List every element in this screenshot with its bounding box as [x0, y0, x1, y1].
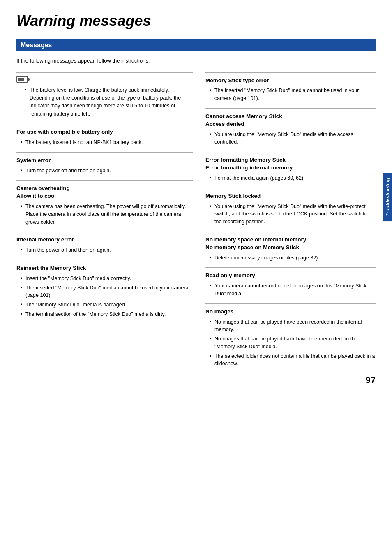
- no-images-title: No images: [205, 308, 376, 316]
- camera-overheating-section: Camera overheating Allow it to cool The …: [16, 180, 193, 226]
- list-item: No images that can be played back have b…: [210, 335, 376, 351]
- battery-icon: [16, 76, 28, 83]
- list-item: No images that can be played have been r…: [210, 318, 376, 334]
- reinsert-memory-stick-title: Reinsert the Memory Stick: [16, 264, 193, 272]
- reinsert-memory-stick-list: Insert the "Memory Stick Duo" media corr…: [16, 275, 193, 318]
- reinsert-memory-stick-section: Reinsert the Memory Stick Insert the "Me…: [16, 260, 193, 318]
- section-header: Messages: [16, 39, 376, 51]
- battery-section: The battery level is low. Charge the bat…: [16, 72, 193, 118]
- page-container: Warning messages Messages If the followi…: [0, 0, 392, 398]
- memory-stick-type-error-section: Memory Stick type error The inserted "Me…: [205, 72, 376, 102]
- camera-overheating-bullet: The camera has been overheating. The pow…: [21, 203, 193, 226]
- troubleshooting-tab: Troubleshooting: [383, 173, 392, 221]
- read-only-memory-bullet: Your camera cannot record or delete imag…: [210, 282, 376, 298]
- page-number: 97: [366, 375, 376, 386]
- columns-layout: The battery level is low. Charge the bat…: [16, 72, 376, 374]
- error-formatting-bullet: Format the media again (pages 60, 62).: [210, 174, 376, 182]
- compatible-battery-section: For use with compatible battery only The…: [16, 124, 193, 146]
- no-memory-space-bullet: Delete unnecessary images or files (page…: [210, 254, 376, 262]
- memory-stick-type-error-title: Memory Stick type error: [205, 77, 376, 85]
- no-images-section: No images No images that can be played h…: [205, 303, 376, 368]
- read-only-memory-section: Read only memory Your camera cannot reco…: [205, 267, 376, 297]
- error-formatting-section: Error formatting Memory Stick Error form…: [205, 152, 376, 182]
- internal-memory-error-title: Internal memory error: [16, 236, 193, 244]
- compatible-battery-bullet: The battery inserted is not an NP-BK1 ba…: [21, 139, 193, 146]
- list-item: The selected folder does not contain a f…: [210, 352, 376, 368]
- cannot-access-bullet: You are using the "Memory Stick Duo" med…: [210, 131, 376, 146]
- list-item: Insert the "Memory Stick Duo" media corr…: [21, 275, 193, 282]
- compatible-battery-title: For use with compatible battery only: [16, 128, 193, 136]
- intro-text: If the following messages appear, follow…: [16, 57, 376, 65]
- list-item: The "Memory Stick Duo" media is damaged.: [21, 301, 193, 309]
- internal-memory-error-section: Internal memory error Turn the power off…: [16, 232, 193, 254]
- error-formatting-title: Error formatting Memory Stick Error form…: [205, 156, 376, 172]
- page-title: Warning messages: [16, 12, 376, 30]
- read-only-memory-title: Read only memory: [205, 272, 376, 280]
- memory-stick-locked-title: Memory Stick locked: [205, 192, 376, 200]
- cannot-access-section: Cannot access Memory Stick Access denied…: [205, 108, 376, 146]
- memory-stick-locked-bullet: You are using the "Memory Stick Duo" med…: [210, 203, 376, 226]
- internal-memory-error-bullet: Turn the power off and then on again.: [21, 246, 193, 254]
- system-error-title: System error: [16, 157, 193, 164]
- system-error-bullet: Turn the power off and then on again.: [21, 167, 193, 175]
- list-item: The terminal section of the "Memory Stic…: [21, 310, 193, 318]
- right-column: Memory Stick type error The inserted "Me…: [205, 72, 376, 374]
- memory-stick-locked-section: Memory Stick locked You are using the "M…: [205, 188, 376, 226]
- no-images-list: No images that can be played have been r…: [205, 318, 376, 368]
- no-memory-space-section: No memory space on internal memory No me…: [205, 232, 376, 262]
- system-error-section: System error Turn the power off and then…: [16, 152, 193, 175]
- left-column: The battery level is low. Charge the bat…: [16, 72, 193, 374]
- no-memory-space-title: No memory space on internal memory No me…: [205, 236, 376, 252]
- list-item: The inserted "Memory Stick Duo" media ca…: [21, 284, 193, 300]
- cannot-access-title: Cannot access Memory Stick Access denied: [205, 113, 376, 128]
- battery-bullet: The battery level is low. Charge the bat…: [25, 86, 193, 118]
- memory-stick-type-error-bullet: The inserted "Memory Stick Duo" media ca…: [210, 87, 376, 102]
- camera-overheating-title: Camera overheating Allow it to cool: [16, 185, 193, 200]
